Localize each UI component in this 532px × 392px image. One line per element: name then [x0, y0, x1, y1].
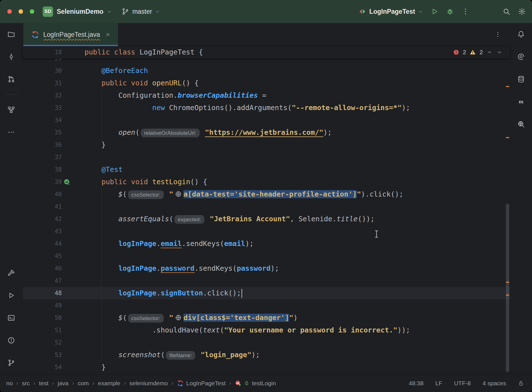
line-number[interactable]: 33 [23, 102, 62, 114]
breadcrumb-item[interactable]: com [78, 380, 89, 387]
code-line[interactable]: 36 } [23, 139, 510, 151]
terminal-tool-icon[interactable] [0, 307, 22, 329]
line-number[interactable]: 46 [23, 262, 62, 275]
maven-tool-icon[interactable]: m [510, 90, 532, 113]
line-number[interactable]: 54 [23, 361, 62, 373]
debug-button[interactable] [446, 8, 454, 15]
pull-requests-tool-icon[interactable] [0, 68, 22, 90]
run-button[interactable] [431, 8, 438, 15]
code-line[interactable]: 38 @Test [23, 163, 510, 176]
version-control-tool-icon[interactable] [0, 352, 22, 374]
code-line[interactable]: 42 assertEquals(expected: "JetBrains Acc… [23, 213, 510, 225]
code-line[interactable]: 37 [23, 151, 510, 163]
code-line[interactable]: 43 [23, 225, 510, 238]
line-number[interactable]: 45 [23, 250, 62, 262]
line-number[interactable]: 43 [23, 225, 62, 238]
line-number[interactable]: 30 [23, 65, 62, 77]
line-number[interactable]: 51 [23, 324, 62, 336]
structure-tool-icon[interactable] [0, 99, 22, 121]
code-line[interactable]: 39 public void testLogin() { [23, 176, 510, 188]
breadcrumb-item[interactable]: example [98, 380, 120, 387]
line-number[interactable]: 52 [23, 336, 62, 349]
project-tool-icon[interactable] [0, 23, 22, 45]
minimize-window-button[interactable] [19, 9, 23, 14]
line-number[interactable]: 34 [23, 114, 62, 126]
line-number[interactable]: 40 [23, 188, 62, 200]
database-tool-icon[interactable] [510, 68, 532, 90]
line-number[interactable]: 49 [23, 299, 62, 312]
code-line[interactable]: 49 [23, 299, 510, 312]
breadcrumb-item[interactable]: mtestLogin [235, 380, 276, 387]
line-number[interactable]: 29 [23, 58, 62, 65]
code-line[interactable]: 50 $(cssSelector: "div[class$='text-dang… [23, 312, 510, 324]
code-line[interactable]: 45 [23, 250, 510, 262]
more-tool-windows-icon[interactable] [0, 121, 22, 143]
code-area[interactable]: 2930 @BeforeEach31 public void openURL()… [23, 58, 510, 374]
code-line[interactable]: 34 [23, 114, 510, 126]
code-line[interactable]: 32 Configuration.browserCapabilities = [23, 89, 510, 102]
line-number[interactable]: 50 [23, 312, 62, 324]
close-tab-icon[interactable] [105, 32, 111, 37]
sticky-line-number[interactable]: 18 [23, 46, 62, 58]
line-number[interactable]: 48 [23, 287, 62, 299]
inspections-widget[interactable]: 2 2 [453, 46, 503, 58]
code-line[interactable]: 53 screenshot(fileName: "login_page"); [23, 349, 510, 361]
file-encoding[interactable]: UTF-8 [454, 380, 471, 387]
line-number[interactable]: 41 [23, 200, 62, 213]
caret-position[interactable]: 48:38 [409, 380, 424, 387]
breadcrumb-item[interactable]: test [39, 380, 49, 387]
breadcrumb-item[interactable]: seleniumdemo [129, 380, 168, 387]
breadcrumb-item[interactable]: src [22, 380, 30, 387]
code-line[interactable]: 51 .shouldHave(text("Your username or pa… [23, 324, 510, 336]
project-widget[interactable]: SD SeleniumDemo [43, 6, 112, 17]
line-number[interactable]: 42 [23, 213, 62, 225]
error-stripe-mark[interactable] [506, 282, 509, 283]
error-stripe-mark[interactable] [506, 137, 509, 138]
line-number[interactable]: 35 [23, 126, 62, 139]
code-line[interactable]: 44 logInPage.email.sendKeys(email); [23, 238, 510, 250]
code-line[interactable]: 30 @BeforeEach [23, 65, 510, 77]
problems-tool-icon[interactable] [0, 329, 22, 352]
more-actions-button[interactable] [461, 8, 469, 15]
run-tool-icon[interactable] [0, 284, 22, 307]
line-number[interactable]: 38 [23, 163, 62, 176]
line-number[interactable]: 44 [23, 238, 62, 250]
close-window-button[interactable] [7, 9, 12, 14]
endpoints-tool-icon[interactable] [510, 113, 532, 135]
run-test-gutter-icon[interactable] [62, 176, 72, 188]
vcs-branch-widget[interactable]: master [121, 8, 160, 15]
zoom-window-button[interactable] [30, 9, 34, 14]
code-line[interactable]: 52 [23, 336, 510, 349]
code-line[interactable]: 35 open(relativeOrAbsoluteUrl: "https://… [23, 126, 510, 139]
run-configuration-widget[interactable]: LogInPageTest [358, 8, 423, 15]
next-problem-icon[interactable] [496, 49, 503, 55]
breadcrumb-item[interactable]: no [6, 380, 13, 387]
code-line[interactable]: 29 [23, 58, 510, 65]
tab-options-icon[interactable] [494, 31, 501, 38]
breadcrumb-item[interactable]: java [58, 380, 69, 387]
commit-tool-icon[interactable] [0, 45, 22, 68]
tab-loginpagetest-java[interactable]: LogInPageTest.java [23, 23, 118, 46]
code-line[interactable]: 46 logInPage.password.sendKeys(password)… [23, 262, 510, 275]
build-tool-icon[interactable] [0, 262, 22, 284]
search-everywhere-button[interactable] [503, 8, 510, 15]
line-number[interactable]: 53 [23, 349, 62, 361]
code-line[interactable]: 48 logInPage.signButton.click(); [23, 287, 510, 299]
breadcrumb-item[interactable]: LogInPageTest [177, 380, 226, 387]
line-number[interactable]: 31 [23, 77, 62, 89]
line-number[interactable]: 47 [23, 275, 62, 287]
scrollbar-thumb[interactable] [506, 204, 509, 372]
code-line[interactable]: 41 [23, 200, 510, 213]
ai-assistant-icon[interactable] [510, 45, 532, 68]
error-stripe-mark[interactable] [506, 86, 509, 87]
code-line[interactable]: 33 new ChromeOptions().addArguments("--r… [23, 102, 510, 114]
line-number[interactable]: 39 [23, 176, 62, 188]
readonly-toggle-icon[interactable] [518, 380, 524, 386]
previous-problem-icon[interactable] [486, 49, 493, 55]
line-ending[interactable]: LF [435, 380, 442, 387]
error-stripe-mark[interactable] [506, 295, 509, 296]
indent-style[interactable]: 4 spaces [483, 380, 506, 387]
code-line[interactable]: 47 [23, 275, 510, 287]
line-number[interactable]: 32 [23, 89, 62, 102]
notifications-icon[interactable] [510, 23, 532, 45]
